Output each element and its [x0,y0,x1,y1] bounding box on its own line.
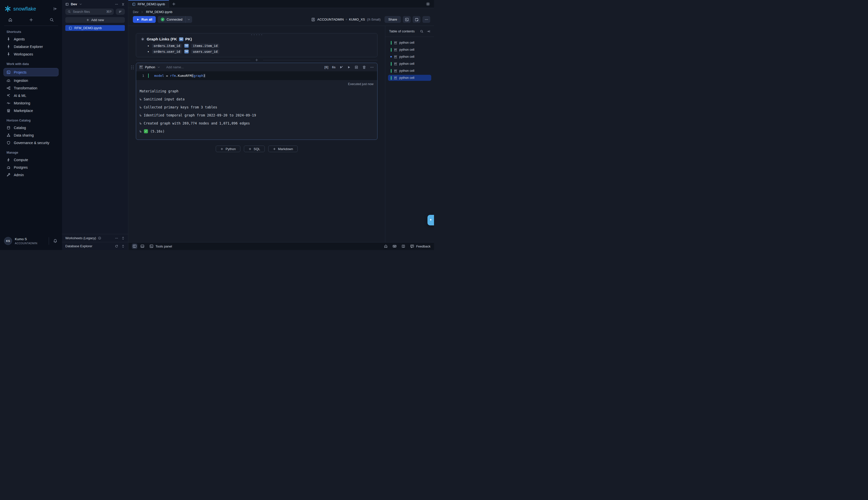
code-token: rfm [170,74,176,78]
session-context[interactable]: ACCOUNTADMIN KUMO_XS (X-Small) [311,18,380,22]
cloud-up-icon [7,79,11,82]
add-cell-divider[interactable] [136,57,378,63]
home-icon[interactable] [384,244,388,248]
link-from: orders.user_id [152,49,182,54]
sidebar-item-workspaces[interactable]: Workspaces [0,50,62,58]
sidebar-item-monitoring[interactable]: Monitoring [0,99,62,107]
code-token: = [164,74,170,78]
chevron-down-icon[interactable] [157,66,160,69]
toc-item[interactable]: PYpython cell [388,61,431,67]
search-icon[interactable] [420,30,423,33]
collapse-panel-icon[interactable] [427,30,430,33]
sidebar-item-compute[interactable]: Compute [0,156,62,164]
add-new-button[interactable]: Add new [65,17,125,23]
bottom-panel-database-explorer[interactable]: Database Explorer [62,242,128,250]
add-python-cell-button[interactable]: Python [216,146,240,152]
cell-more-icon[interactable] [370,65,374,69]
bullet: • [148,50,149,54]
sidebar-item-ingestion[interactable]: Ingestion [0,77,62,84]
copilot-button[interactable] [427,215,434,225]
chevron-down-icon[interactable] [79,3,82,6]
sidebar-item-admin[interactable]: Admin [0,171,62,179]
connection-status-button[interactable]: ✓ Connected [158,16,185,23]
avatar[interactable]: KS [4,237,12,245]
sort-button[interactable] [116,9,125,15]
bottom-panel-worksheets-legacy-[interactable]: Worksheets (Legacy) [62,234,128,242]
chevrons-ud-icon[interactable] [121,237,125,240]
feedback-button[interactable]: Feedback [410,244,431,248]
connection-status-label: Connected [167,18,182,21]
chevron-right-icon [141,11,144,13]
refresh-icon[interactable] [115,245,118,248]
delete-cell-icon[interactable] [362,65,366,69]
tools-panel-toggle[interactable]: Tools panel [149,244,172,248]
documentation-icon[interactable] [401,244,405,248]
collapse-sidebar-icon[interactable] [53,7,57,11]
sidebar-item-catalog[interactable]: Catalog [0,124,62,132]
keyboard-shortcuts-icon[interactable] [392,244,397,248]
sidebar-item-agents[interactable]: Agents [0,35,62,43]
markdown-cell[interactable]: Graph Links (FK ↔ PK) •orders.item_id↔it… [136,33,378,57]
sidebar-item-label: Ingestion [14,79,28,82]
tab-rfm-demo[interactable]: RFM_DEMO.ipynb [128,0,169,8]
code-editor[interactable]: 1 model = rfm.KumoRFM(graph) [136,71,377,80]
toc-item[interactable]: PYpython cell [388,54,431,60]
toc-item-label: python cell [399,69,414,72]
home-icon[interactable] [8,18,13,22]
run-cell-icon[interactable] [347,66,350,69]
cell-drag-handle[interactable] [131,66,134,69]
bottom-panel-label: Database Explorer [65,244,92,248]
more-options-button[interactable] [422,16,430,23]
dots-h-icon[interactable] [115,237,118,240]
language-selector[interactable]: Python [145,65,155,69]
bell-icon[interactable] [53,239,57,243]
chevrons-ud-icon[interactable] [121,245,125,248]
panel-collapse-icon[interactable] [121,2,125,6]
settings-gear-button[interactable] [426,0,434,8]
sidebar-item-marketplace[interactable]: Marketplace [0,107,62,114]
sidebar-item-data-sharing[interactable]: Data sharing [0,132,62,139]
spider-web-icon [141,37,145,41]
schedule-button[interactable] [413,16,421,23]
output-line: ↳ ✓ (5.16s) [140,127,374,135]
file-panel-title[interactable]: Dev [71,2,77,6]
execution-duration: 6s [332,66,335,69]
sidebar-item-projects[interactable]: Projects [3,68,58,76]
sidebar-item-governance-security[interactable]: Governance & security [0,139,62,147]
add-sql-cell-button[interactable]: SQL [244,146,265,152]
notebook-icon [69,26,72,30]
sidebar-item-postgres[interactable]: Postgres [0,164,62,171]
share-button[interactable]: Share [385,16,401,23]
cell-name-input[interactable]: Add name... [166,65,184,69]
plus-icon[interactable] [29,18,33,22]
toggle-bottom-panel-button[interactable] [140,243,145,249]
code-token: model [154,74,164,78]
search-files-input[interactable]: Search files ⌘P [65,9,114,15]
file-item[interactable]: RFM_DEMO.ipynb [65,25,125,31]
toc-item[interactable]: PYpython cell [388,68,431,74]
sparkles-icon [7,94,11,98]
connection-dropdown-button[interactable] [186,16,192,23]
new-tab-button[interactable] [169,0,179,8]
cell-layout-icon[interactable] [354,65,358,69]
breadcrumb-dev[interactable]: Dev [133,10,138,14]
tools-panel-button[interactable] [403,16,411,23]
terminal-icon [405,18,409,22]
sidebar-item-database-explorer[interactable]: Database Explorer [0,43,62,50]
panel-layout-icon [65,2,69,6]
search-icon[interactable] [49,18,54,22]
run-with-ai-icon[interactable] [339,65,343,69]
sidebar-item-transformation[interactable]: Transformation [0,84,62,92]
sidebar-item-ai-ml[interactable]: AI & ML [0,92,62,99]
add-markdown-cell-button[interactable]: Markdown [268,146,298,152]
toc-item[interactable]: PYpython cell [388,75,431,81]
toc-item[interactable]: PYpython cell [388,39,431,46]
toggle-left-panel-button[interactable] [132,243,137,249]
python-cell[interactable]: PY Python Add name... [6] 6s [136,63,378,140]
elephant-icon [7,166,11,169]
run-all-button[interactable]: Run all [133,16,156,23]
toc-item[interactable]: PYpython cell [388,47,431,53]
flow-icon [7,86,11,90]
cell-drag-handle[interactable] [252,34,262,35]
panel-more-icon[interactable] [115,2,118,6]
